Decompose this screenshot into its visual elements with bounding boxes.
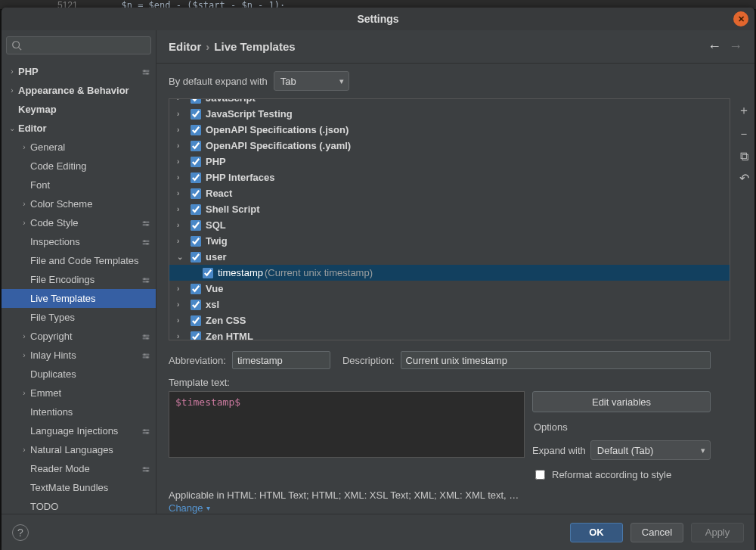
add-template-icon[interactable]: ＋ (738, 103, 750, 119)
sidebar-item-code-editing[interactable]: Code Editing (2, 157, 156, 176)
sidebar-item-reader-mode[interactable]: Reader Mode (2, 459, 156, 478)
sidebar-item-live-templates[interactable]: Live Templates (2, 289, 156, 308)
settings-dialog: Settings ✕ ›PHP›Appearance & BehaviorKey… (2, 8, 754, 550)
template-group-javascript-testing[interactable]: ›JavaScript Testing (169, 106, 730, 122)
template-group-php[interactable]: ›PHP (169, 154, 730, 169)
group-checkbox[interactable] (191, 204, 201, 215)
abbreviation-input[interactable] (232, 351, 330, 369)
close-icon[interactable]: ✕ (733, 11, 748, 26)
group-checkbox[interactable] (191, 331, 201, 341)
group-checkbox[interactable] (191, 236, 201, 247)
template-text-label: Template text: (169, 377, 711, 388)
chevron-icon: › (177, 126, 187, 134)
sidebar-item-language-injections[interactable]: Language Injections (2, 421, 156, 440)
copy-template-icon[interactable]: ⧉ (740, 150, 748, 163)
template-group-xsl[interactable]: ›xsl (169, 297, 730, 312)
svg-point-17 (146, 280, 148, 282)
chevron-icon: › (6, 67, 18, 76)
template-item-timestamp[interactable]: timestamp (Current unix timestamp) (169, 265, 730, 281)
sidebar-item-file-encodings[interactable]: File Encodings (2, 270, 156, 289)
template-group-user[interactable]: ⌄user (169, 249, 730, 265)
group-checkbox[interactable] (191, 141, 201, 151)
reformat-checkbox[interactable] (535, 470, 545, 480)
chevron-icon: › (177, 189, 187, 197)
group-checkbox[interactable] (191, 125, 201, 135)
sidebar-item-inlay-hints[interactable]: ›Inlay Hints (2, 346, 156, 365)
default-expand-select[interactable]: Tab (274, 71, 349, 91)
chevron-icon: › (18, 351, 30, 359)
svg-point-9 (146, 223, 148, 225)
sidebar-item-inspections[interactable]: Inspections (2, 232, 156, 251)
template-group-sql[interactable]: ›SQL (169, 217, 730, 233)
sidebar-item-intentions[interactable]: Intentions (2, 402, 156, 421)
group-checkbox[interactable] (191, 98, 201, 104)
ok-button[interactable]: OK (570, 523, 623, 542)
help-button[interactable]: ? (12, 524, 29, 541)
sidebar-item-file-and-code-templates[interactable]: File and Code Templates (2, 251, 156, 270)
sidebar-item-general[interactable]: ›General (2, 138, 156, 157)
svg-point-25 (146, 356, 148, 358)
edit-variables-button[interactable]: Edit variables (532, 391, 711, 412)
sidebar-item-emmet[interactable]: ›Emmet (2, 384, 156, 402)
description-input[interactable] (401, 351, 711, 369)
gear-icon (141, 464, 151, 474)
sidebar-item-file-types[interactable]: File Types (2, 308, 156, 327)
sidebar-item-copyright[interactable]: ›Copyright (2, 327, 156, 346)
group-checkbox[interactable] (191, 220, 201, 231)
template-text-editor[interactable]: $timestamp$ (169, 391, 525, 458)
group-checkbox[interactable] (191, 252, 201, 263)
template-group-shell-script[interactable]: ›Shell Script (169, 201, 730, 217)
settings-tree: ›PHP›Appearance & BehaviorKeymap⌄Editor›… (2, 59, 156, 514)
revert-icon[interactable]: ↶ (739, 171, 749, 185)
sidebar-item-todo[interactable]: TODO (2, 497, 156, 514)
sidebar-item-textmate-bundles[interactable]: TextMate Bundles (2, 478, 156, 497)
svg-point-5 (146, 72, 148, 74)
sidebar-item-php[interactable]: ›PHP (2, 62, 156, 81)
template-group-list[interactable]: ›JavaScript›JavaScript Testing›OpenAPI S… (169, 98, 730, 340)
sidebar-item-duplicates[interactable]: Duplicates (2, 365, 156, 384)
template-group-zen-html[interactable]: ›Zen HTML (169, 328, 730, 340)
template-group-php-interfaces[interactable]: ›PHP Interfaces (169, 169, 730, 185)
default-expand-label: By default expand with (169, 76, 268, 87)
gear-icon (141, 237, 151, 247)
sidebar-item-font[interactable]: Font (2, 176, 156, 194)
sidebar-item-editor[interactable]: ⌄Editor (2, 119, 156, 138)
template-group-javascript[interactable]: ›JavaScript (169, 98, 730, 106)
reformat-label: Reformat according to style (552, 469, 671, 480)
chevron-icon: › (177, 157, 187, 166)
chevron-icon: › (177, 110, 187, 118)
chevron-icon: › (18, 219, 30, 227)
nav-back-icon[interactable]: ← (708, 39, 721, 54)
group-checkbox[interactable] (191, 284, 201, 294)
cancel-button[interactable]: Cancel (631, 523, 683, 542)
change-context-link[interactable]: Change (169, 502, 210, 514)
group-checkbox[interactable] (191, 315, 201, 326)
group-checkbox[interactable] (191, 300, 201, 310)
group-checkbox[interactable] (191, 188, 201, 199)
expand-with-select[interactable]: Default (Tab) (590, 440, 711, 460)
sidebar-item-natural-languages[interactable]: ›Natural Languages (2, 440, 156, 459)
settings-sidebar: ›PHP›Appearance & BehaviorKeymap⌄Editor›… (2, 30, 156, 514)
breadcrumb-editor[interactable]: Editor (169, 40, 201, 53)
template-group-twig[interactable]: ›Twig (169, 233, 730, 249)
template-group-react[interactable]: ›React (169, 185, 730, 201)
search-input[interactable] (6, 36, 151, 54)
apply-button[interactable]: Apply (691, 523, 744, 542)
template-group-openapi-specifications-json-[interactable]: ›OpenAPI Specifications (.json) (169, 122, 730, 138)
sidebar-item-keymap[interactable]: Keymap (2, 100, 156, 119)
sidebar-item-color-scheme[interactable]: ›Color Scheme (2, 194, 156, 213)
group-checkbox[interactable] (191, 109, 201, 120)
group-checkbox[interactable] (191, 157, 201, 167)
sidebar-item-code-style[interactable]: ›Code Style (2, 213, 156, 232)
group-checkbox[interactable] (191, 172, 201, 183)
template-group-vue[interactable]: ›Vue (169, 281, 730, 297)
remove-template-icon[interactable]: － (738, 126, 750, 142)
chevron-icon: › (177, 332, 187, 340)
sidebar-item-appearance-behavior[interactable]: ›Appearance & Behavior (2, 81, 156, 100)
chevron-icon: › (18, 446, 30, 454)
gear-icon (141, 350, 151, 361)
template-checkbox[interactable] (203, 268, 213, 278)
svg-point-16 (144, 278, 146, 280)
template-group-openapi-specifications-yaml-[interactable]: ›OpenAPI Specifications (.yaml) (169, 138, 730, 154)
template-group-zen-css[interactable]: ›Zen CSS (169, 312, 730, 328)
